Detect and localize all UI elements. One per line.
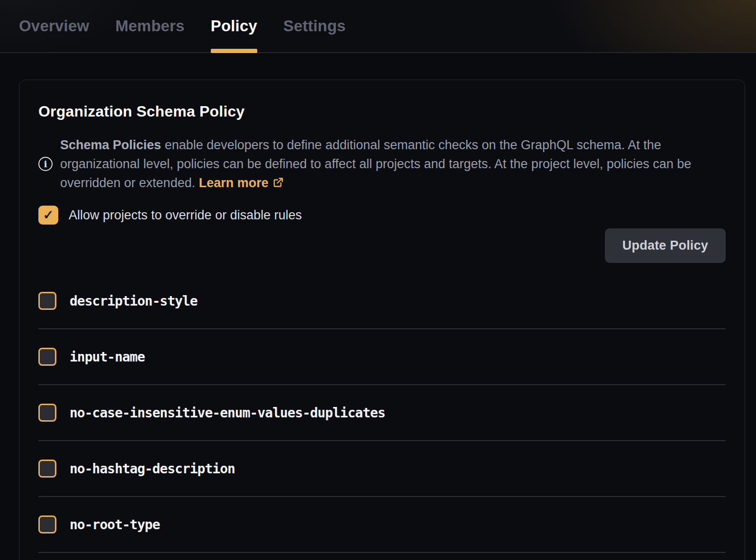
rule-row-description-style: description-style bbox=[38, 273, 726, 329]
tab-settings-label: Settings bbox=[283, 17, 346, 35]
tab-policy[interactable]: Policy bbox=[211, 0, 257, 52]
tab-overview-label: Overview bbox=[19, 17, 89, 35]
rule-row-no-case-insensitive-enum-values-duplicates: no-case-insensitive-enum-values-duplicat… bbox=[38, 385, 726, 441]
allow-override-checkbox[interactable]: ✓ bbox=[38, 206, 58, 225]
allow-override-row: ✓ Allow projects to override or disable … bbox=[38, 206, 726, 225]
rule-name: description-style bbox=[70, 293, 198, 309]
checkmark-icon: ✓ bbox=[43, 208, 54, 223]
learn-more-link[interactable]: Learn more bbox=[199, 176, 269, 190]
rule-name: no-case-insensitive-enum-values-duplicat… bbox=[70, 405, 385, 421]
rule-name: input-name bbox=[70, 349, 145, 365]
rule-checkbox[interactable] bbox=[38, 348, 56, 366]
policy-description: Schema Policies enable developers to def… bbox=[60, 135, 711, 192]
rules-list: description-style input-name no-case-ins… bbox=[38, 273, 726, 553]
policy-description-lead: Schema Policies bbox=[60, 138, 161, 152]
tab-overview[interactable]: Overview bbox=[19, 0, 89, 52]
rule-row-no-root-type: no-root-type bbox=[38, 497, 726, 553]
policy-info-note: i Schema Policies enable developers to d… bbox=[38, 135, 711, 192]
rule-row-no-hashtag-description: no-hashtag-description bbox=[38, 441, 726, 497]
info-icon: i bbox=[38, 157, 53, 171]
rule-row-input-name: input-name bbox=[38, 329, 726, 385]
rule-checkbox[interactable] bbox=[38, 460, 56, 478]
update-policy-row: Update Policy bbox=[38, 228, 726, 263]
rule-name: no-hashtag-description bbox=[70, 461, 235, 477]
org-tab-bar: Overview Members Policy Settings bbox=[0, 0, 756, 53]
rule-checkbox[interactable] bbox=[38, 515, 56, 533]
active-tab-underline bbox=[211, 49, 257, 53]
schema-policy-card: Organization Schema Policy i Schema Poli… bbox=[19, 80, 745, 560]
tab-settings[interactable]: Settings bbox=[283, 0, 346, 52]
rule-checkbox[interactable] bbox=[38, 292, 56, 310]
rule-name: no-root-type bbox=[70, 517, 160, 533]
tab-members[interactable]: Members bbox=[115, 0, 184, 52]
tab-policy-label: Policy bbox=[211, 17, 257, 35]
external-link-icon bbox=[272, 177, 284, 188]
allow-override-label: Allow projects to override or disable ru… bbox=[69, 208, 302, 223]
tab-members-label: Members bbox=[115, 17, 184, 35]
update-policy-button[interactable]: Update Policy bbox=[605, 228, 726, 263]
rule-checkbox[interactable] bbox=[38, 404, 56, 422]
page-title: Organization Schema Policy bbox=[38, 103, 726, 120]
